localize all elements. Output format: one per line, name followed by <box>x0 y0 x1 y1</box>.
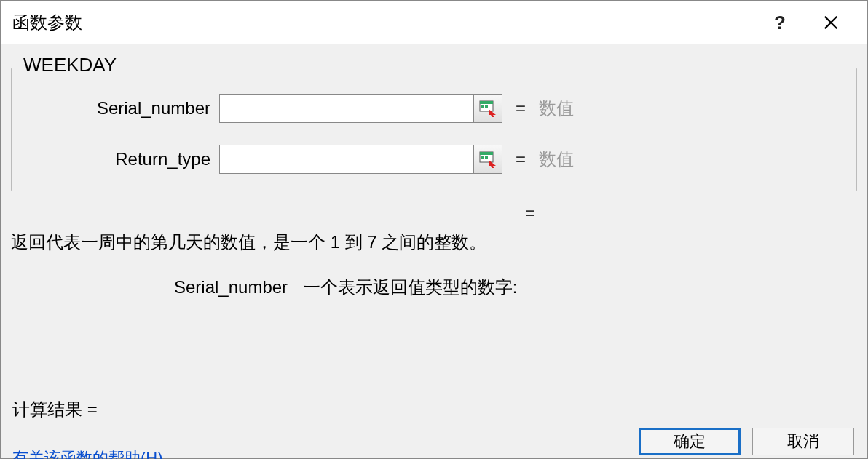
function-help-link[interactable]: 有关该函数的帮助(H) <box>12 447 163 459</box>
param-label: Return_type <box>12 149 219 169</box>
help-icon[interactable]: ? <box>765 11 794 33</box>
collapse-dialog-button[interactable] <box>473 94 502 123</box>
function-group: WEEKDAY Serial_number = 数值 Retu <box>11 68 857 191</box>
ok-button[interactable]: 确定 <box>639 428 741 455</box>
function-arguments-dialog: 函数参数 ? WEEKDAY Serial_number <box>0 0 868 459</box>
current-param-name: Serial_number <box>174 277 288 298</box>
function-result-equals: = <box>525 203 535 223</box>
function-description: 返回代表一周中的第几天的数值，是一个 1 到 7 之间的整数。 <box>11 231 486 254</box>
svg-rect-10 <box>485 156 488 159</box>
current-param-help-text: 一个表示返回值类型的数字: <box>303 277 518 297</box>
svg-rect-3 <box>480 101 493 104</box>
current-param-help: Serial_number 一个表示返回值类型的数字: <box>174 276 517 299</box>
close-icon[interactable] <box>816 8 845 37</box>
button-bar: 确定 取消 <box>639 428 854 455</box>
return-type-input[interactable] <box>219 145 474 174</box>
param-row-return-type: Return_type = 数值 <box>12 141 856 177</box>
calc-result-label: 计算结果 = <box>12 398 98 421</box>
titlebar: 函数参数 ? <box>1 1 867 44</box>
function-name-legend: WEEKDAY <box>19 54 121 76</box>
svg-rect-5 <box>485 105 488 108</box>
cancel-button[interactable]: 取消 <box>752 428 854 455</box>
collapse-dialog-button[interactable] <box>473 145 502 174</box>
dialog-title: 函数参数 <box>12 11 82 34</box>
param-input-wrap <box>219 94 502 123</box>
svg-rect-8 <box>480 152 493 155</box>
param-result-hint: 数值 <box>539 97 574 120</box>
param-input-wrap <box>219 145 502 174</box>
param-result-hint: 数值 <box>539 148 574 171</box>
param-label: Serial_number <box>12 98 219 119</box>
svg-rect-4 <box>481 105 484 108</box>
equals-sign: = <box>502 98 539 119</box>
serial-number-input[interactable] <box>219 94 474 123</box>
equals-sign: = <box>502 149 539 169</box>
param-row-serial-number: Serial_number = 数值 <box>12 90 856 127</box>
svg-rect-9 <box>481 156 484 159</box>
